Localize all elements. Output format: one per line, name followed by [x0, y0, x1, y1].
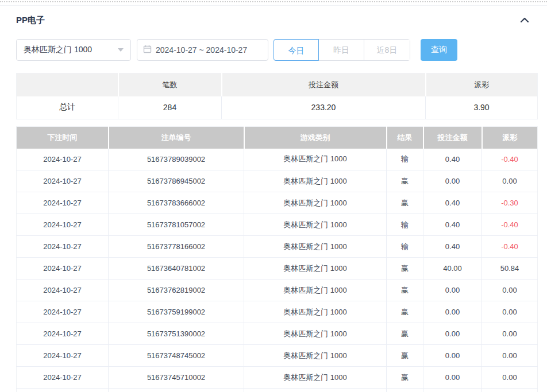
cell-payout: -0.40 — [482, 149, 538, 170]
table-row-partial — [17, 389, 538, 392]
date-range-input[interactable]: 2024-10-27 ~ 2024-10-27 — [137, 39, 268, 61]
table-row: 2024-10-27 51673789039002 奥林匹斯之门 1000 输 … — [17, 149, 538, 170]
pp-electronics-panel: PP电子 奥林匹斯之门 1000 2024-10-27 ~ 2024-10-27… — [0, 1, 547, 392]
detail-header-result: 结果 — [387, 127, 423, 149]
cell-bet-amount: 0.00 — [423, 323, 482, 345]
cell-bet-time: 2024-10-27 — [17, 367, 109, 389]
cell-bet-amount: 0.00 — [423, 367, 482, 389]
cell-game-type: 奥林匹斯之门 1000 — [244, 214, 387, 236]
summary-total-bet-amount: 233.20 — [222, 96, 426, 119]
cell-bet-amount: 0.00 — [423, 301, 482, 323]
top-solid-divider — [0, 5, 547, 6]
cell-payout: -0.30 — [482, 192, 538, 214]
table-row: 2024-10-27 51673748745002 奥林匹斯之门 1000 赢 … — [17, 345, 538, 367]
cell-bet-time: 2024-10-27 — [17, 170, 109, 192]
detail-header-bet-time: 下注时间 — [17, 127, 109, 149]
summary-header-count: 笔数 — [118, 73, 222, 96]
cell-bet-id: 51673640781002 — [109, 258, 244, 280]
table-row: 2024-10-27 51673759199002 奥林匹斯之门 1000 赢 … — [17, 301, 538, 323]
cell-payout: 0.00 — [482, 280, 538, 301]
cell-bet-id: 51673762819002 — [109, 280, 244, 301]
table-row: 2024-10-27 51673745710002 奥林匹斯之门 1000 赢 … — [17, 367, 538, 389]
cell-bet-time: 2024-10-27 — [17, 280, 109, 301]
table-row: 2024-10-27 51673751390002 奥林匹斯之门 1000 赢 … — [17, 323, 538, 345]
cell-bet-time: 2024-10-27 — [17, 236, 109, 258]
cell-bet-id: 51673778166002 — [109, 236, 244, 258]
detail-header-row: 下注时间 注单编号 游戏类别 结果 投注金额 派彩 — [17, 127, 538, 149]
query-button[interactable]: 查询 — [421, 39, 457, 61]
last8days-button[interactable]: 近8日 — [364, 40, 410, 60]
detail-header-bet-id: 注单编号 — [109, 127, 244, 149]
cell-game-type: 奥林匹斯之门 1000 — [244, 323, 387, 345]
cell-bet-id: 51673789039002 — [109, 149, 244, 170]
summary-header-empty — [17, 73, 118, 96]
cell-result: 赢 — [387, 323, 423, 345]
cell-result: 赢 — [387, 192, 423, 214]
panel-header: PP电子 — [16, 15, 537, 25]
detail-header-game-type: 游戏类别 — [244, 127, 387, 149]
summary-table: 笔数 投注金额 派彩 总计 284 233.20 3.90 — [16, 73, 538, 119]
cell-game-type: 奥林匹斯之门 1000 — [244, 170, 387, 192]
cell-result: 赢 — [387, 258, 423, 280]
cell-result: 赢 — [387, 170, 423, 192]
bet-records-table: 下注时间 注单编号 游戏类别 结果 投注金额 派彩 2024-10-27 516… — [16, 126, 538, 392]
cell-bet-time: 2024-10-27 — [17, 192, 109, 214]
cell-payout: 0.00 — [482, 170, 538, 192]
cell-bet-amount: 0.40 — [423, 214, 482, 236]
cell-game-type: 奥林匹斯之门 1000 — [244, 345, 387, 367]
summary-header-payout: 派彩 — [426, 73, 538, 96]
cell-result: 赢 — [387, 345, 423, 367]
table-row: 2024-10-27 51673781057002 奥林匹斯之门 1000 输 … — [17, 214, 538, 236]
chevron-up-icon — [520, 16, 529, 25]
cell-payout: 0.00 — [482, 367, 538, 389]
cell-result: 输 — [387, 149, 423, 170]
summary-total-row: 总计 284 233.20 3.90 — [17, 96, 538, 119]
yesterday-button[interactable]: 昨日 — [319, 40, 364, 60]
cell-payout: -0.40 — [482, 214, 538, 236]
top-dashed-divider — [0, 1, 547, 2]
cell-bet-id: 51673751390002 — [109, 323, 244, 345]
summary-total-label: 总计 — [17, 96, 118, 119]
cell-result: 赢 — [387, 280, 423, 301]
table-row: 2024-10-27 51673762819002 奥林匹斯之门 1000 赢 … — [17, 280, 538, 301]
cell-game-type: 奥林匹斯之门 1000 — [244, 149, 387, 170]
date-range-value: 2024-10-27 ~ 2024-10-27 — [156, 45, 247, 55]
quick-range-group: 今日 昨日 近8日 — [274, 39, 410, 61]
cell-bet-id: 51673783666002 — [109, 192, 244, 214]
cell-game-type: 奥林匹斯之门 1000 — [244, 367, 387, 389]
cell-bet-time: 2024-10-27 — [17, 323, 109, 345]
cell-payout: -0.40 — [482, 236, 538, 258]
cell-payout: 0.00 — [482, 345, 538, 367]
cell-bet-id: 51673748745002 — [109, 345, 244, 367]
summary-total-count: 284 — [118, 96, 222, 119]
cell-bet-amount: 0.40 — [423, 192, 482, 214]
page-title: PP电子 — [16, 15, 45, 26]
cell-game-type: 奥林匹斯之门 1000 — [244, 280, 387, 301]
cell-game-type: 奥林匹斯之门 1000 — [244, 301, 387, 323]
cell-bet-id: 51673786945002 — [109, 170, 244, 192]
cell-bet-id: 51673745710002 — [109, 367, 244, 389]
table-row: 2024-10-27 51673783666002 奥林匹斯之门 1000 赢 … — [17, 192, 538, 214]
table-row: 2024-10-27 51673778166002 奥林匹斯之门 1000 输 … — [17, 236, 538, 258]
cell-result: 输 — [387, 236, 423, 258]
summary-total-payout: 3.90 — [426, 96, 538, 119]
filter-bar: 奥林匹斯之门 1000 2024-10-27 ~ 2024-10-27 今日 昨… — [16, 39, 537, 61]
today-button[interactable]: 今日 — [274, 39, 319, 61]
game-select-value: 奥林匹斯之门 1000 — [24, 45, 114, 55]
collapse-button[interactable] — [520, 16, 529, 25]
cell-bet-amount: 0.40 — [423, 149, 482, 170]
cell-bet-time: 2024-10-27 — [17, 149, 109, 170]
game-select[interactable]: 奥林匹斯之门 1000 — [16, 39, 131, 61]
cell-result: 赢 — [387, 367, 423, 389]
cell-bet-time: 2024-10-27 — [17, 214, 109, 236]
cell-game-type: 奥林匹斯之门 1000 — [244, 258, 387, 280]
cell-bet-time: 2024-10-27 — [17, 301, 109, 323]
cell-result: 输 — [387, 214, 423, 236]
cell-payout: 0.00 — [482, 301, 538, 323]
cell-payout: 50.84 — [482, 258, 538, 280]
cell-game-type: 奥林匹斯之门 1000 — [244, 236, 387, 258]
cell-bet-id: 51673781057002 — [109, 214, 244, 236]
detail-header-bet-amount: 投注金额 — [423, 127, 482, 149]
cell-bet-id: 51673759199002 — [109, 301, 244, 323]
cell-bet-amount: 40.00 — [423, 258, 482, 280]
